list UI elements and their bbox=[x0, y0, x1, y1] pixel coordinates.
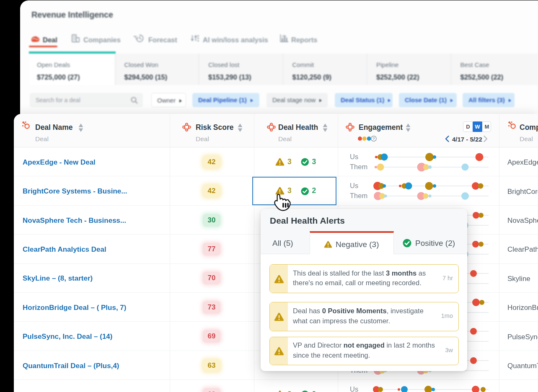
svg-text:?: ? bbox=[372, 136, 375, 141]
